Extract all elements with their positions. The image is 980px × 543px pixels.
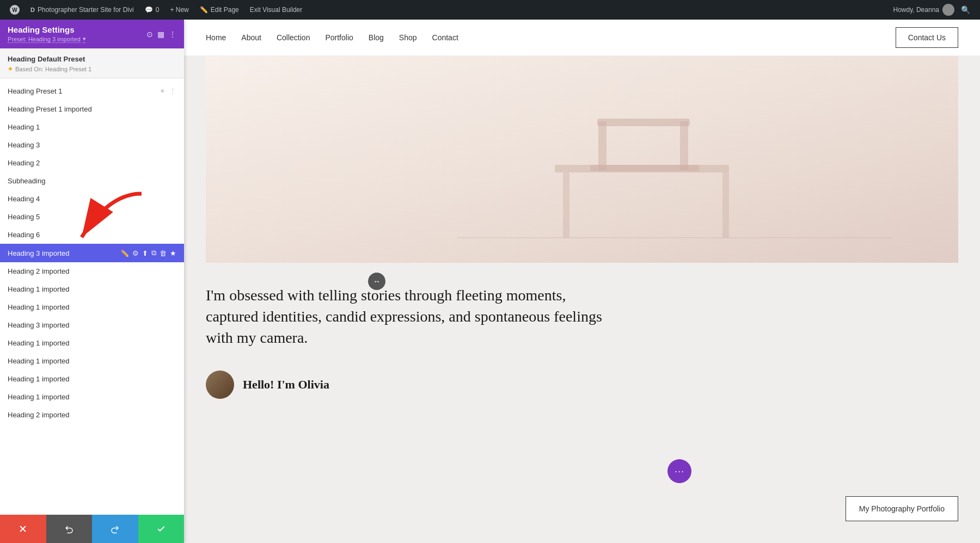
expand-icon[interactable]: ⊙ — [146, 30, 153, 39]
admin-bar: W D Photographer Starter Site for Divi 💬… — [0, 0, 980, 20]
list-item[interactable]: Heading 2 imported — [0, 406, 184, 424]
edit-preset-icon[interactable]: ✏️ — [120, 249, 129, 257]
list-item[interactable]: Subheading — [0, 172, 184, 190]
hero-decoration — [206, 56, 958, 263]
main-layout: Heading Settings Preset: Heading 3 impor… — [0, 20, 980, 543]
list-item[interactable]: Heading 1 — [0, 118, 184, 136]
admin-bar-right: Howdy, Deanna 🔍 — [893, 4, 975, 16]
chevron-down-icon: ▾ — [83, 35, 86, 43]
divi-logo-item[interactable]: D Photographer Starter Site for Divi — [26, 0, 138, 20]
list-item[interactable]: Heading 4 — [0, 190, 184, 208]
preset-item-label: Heading 3 — [8, 141, 176, 149]
default-preset-section: Heading Default Preset ★ Based On: Headi… — [0, 48, 184, 78]
save-button[interactable] — [138, 515, 185, 543]
site-nav-links: Home About Collection Portfolio Blog Sho… — [206, 33, 458, 42]
list-item[interactable]: Heading 1 imported — [0, 298, 184, 316]
dots-fab-button[interactable]: ··· — [667, 459, 691, 483]
right-content: ↔ Home About Collection Portfolio Blog S… — [184, 20, 980, 543]
site-name: Photographer Starter Site for Divi — [38, 6, 134, 14]
list-item[interactable]: Heading 2 — [0, 154, 184, 172]
divi-logo-icon: D — [30, 7, 35, 13]
redo-button[interactable] — [92, 515, 138, 543]
exit-builder-item[interactable]: Exit Visual Builder — [246, 0, 307, 20]
list-item[interactable]: Heading 5 — [0, 208, 184, 226]
panel-header-icons: ⊙ ▦ ⋮ — [146, 30, 176, 39]
star-icon: ★ — [8, 65, 13, 72]
list-item[interactable]: Heading 6 — [0, 226, 184, 244]
svg-rect-5 — [598, 121, 607, 170]
favorite-preset-icon[interactable]: ★ — [170, 249, 176, 257]
list-item[interactable]: Heading 1 imported — [0, 334, 184, 352]
panel-header: Heading Settings Preset: Heading 3 impor… — [0, 20, 184, 48]
new-label: + New — [170, 6, 188, 14]
list-item[interactable]: Heading 1 imported — [0, 352, 184, 370]
list-item[interactable]: Heading 2 imported — [0, 262, 184, 280]
nav-contact[interactable]: Contact — [432, 33, 458, 42]
panel-toggle-button[interactable]: ↔ — [368, 273, 385, 290]
howdy-text: Howdy, Deanna — [893, 4, 955, 16]
default-preset-title: Heading Default Preset — [8, 55, 176, 63]
profile-avatar — [206, 371, 234, 399]
nav-portfolio[interactable]: Portfolio — [325, 33, 353, 42]
profile-section: Hello! I'm Olivia — [184, 360, 980, 421]
panel-preset-label[interactable]: Preset: Heading 3 imported ▾ — [8, 35, 86, 43]
panel-title: Heading Settings — [8, 25, 86, 34]
wp-logo-item[interactable]: W — [5, 0, 24, 20]
profile-name: Hello! I'm Olivia — [243, 378, 329, 392]
list-item[interactable]: Heading 1 imported — [0, 388, 184, 406]
preset-item-label: Heading 2 imported — [8, 411, 176, 419]
preset-item-label: Heading 1 imported — [8, 285, 176, 293]
preset-item-label: Heading 2 imported — [8, 267, 176, 275]
quote-text: I'm obsessed with telling stories throug… — [184, 263, 630, 360]
nav-shop[interactable]: Shop — [399, 33, 417, 42]
avatar — [942, 4, 954, 16]
preset-dots-icon[interactable]: ⋮ — [169, 87, 176, 95]
presets-list: Heading Preset 1 ★ ⋮ Heading Preset 1 im… — [0, 78, 184, 543]
list-item[interactable]: Heading Preset 1 imported — [0, 100, 184, 118]
list-item[interactable]: Heading 1 imported — [0, 370, 184, 388]
nav-collection[interactable]: Collection — [277, 33, 310, 42]
nav-blog[interactable]: Blog — [369, 33, 384, 42]
portfolio-button[interactable]: My Photography Portfolio — [846, 496, 958, 521]
list-item[interactable]: Heading Preset 1 ★ ⋮ — [0, 82, 184, 100]
preset-item-label: Heading 1 imported — [8, 393, 176, 401]
undo-button[interactable] — [46, 515, 93, 543]
comment-count-item[interactable]: 💬 0 — [140, 0, 164, 20]
preset-item-label: Subheading — [8, 177, 176, 185]
wp-logo: W — [10, 5, 20, 15]
layout-icon[interactable]: ▦ — [157, 30, 164, 39]
nav-home[interactable]: Home — [206, 33, 226, 42]
svg-rect-8 — [590, 165, 699, 171]
bottom-bar — [0, 515, 184, 543]
preset-item-label: Heading 1 imported — [8, 339, 176, 347]
export-preset-icon[interactable]: ⬆ — [142, 249, 148, 257]
list-item[interactable]: Heading 1 imported — [0, 280, 184, 298]
preset-item-label: Heading 4 — [8, 195, 176, 203]
edit-icon: ✏️ — [200, 6, 208, 14]
contact-us-button[interactable]: Contact Us — [896, 27, 958, 48]
svg-rect-1 — [206, 56, 958, 263]
admin-search-icon[interactable]: 🔍 — [957, 5, 975, 14]
duplicate-preset-icon[interactable]: ⧉ — [151, 249, 156, 257]
new-item[interactable]: + New — [166, 0, 193, 20]
edit-page-item[interactable]: ✏️ Edit Page — [195, 0, 243, 20]
svg-rect-4 — [722, 172, 729, 238]
preset-item-label: Heading 1 — [8, 123, 176, 131]
comment-count: 0 — [156, 6, 160, 14]
active-preset-label: Heading 3 imported — [8, 249, 116, 257]
close-button[interactable] — [0, 515, 46, 543]
active-preset-item[interactable]: Heading 3 imported ✏️ ⚙ ⬆ ⧉ 🗑 ★ — [0, 244, 184, 262]
preset-item-label: Heading 1 imported — [8, 357, 176, 365]
preset-item-label: Heading 2 — [8, 159, 176, 167]
list-item[interactable]: Heading 3 — [0, 136, 184, 154]
settings-preset-icon[interactable]: ⚙ — [132, 249, 139, 257]
preset-star-icon[interactable]: ★ — [160, 87, 166, 95]
preset-item-label: Heading 1 imported — [8, 303, 176, 311]
list-item[interactable]: Heading 3 imported — [0, 316, 184, 334]
delete-preset-icon[interactable]: 🗑 — [160, 249, 167, 257]
exit-builder-label: Exit Visual Builder — [250, 6, 303, 14]
preset-based-on: ★ Based On: Heading Preset 1 — [8, 65, 176, 72]
panel-header-left: Heading Settings Preset: Heading 3 impor… — [8, 25, 86, 43]
more-options-icon[interactable]: ⋮ — [169, 30, 176, 39]
nav-about[interactable]: About — [241, 33, 261, 42]
